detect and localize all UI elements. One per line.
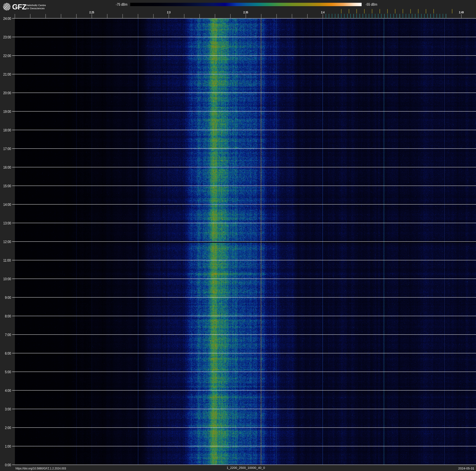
svg-text:Helmholtz Centre: Helmholtz Centre: [26, 4, 46, 7]
svg-text:for Geosciences: for Geosciences: [26, 7, 45, 10]
svg-text:GFZ: GFZ: [12, 3, 26, 11]
